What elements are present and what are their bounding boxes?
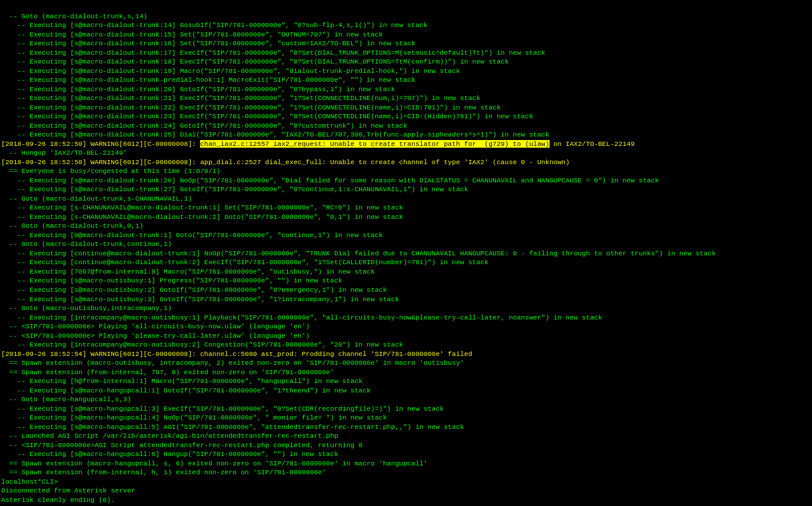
terminal-line-16: [2018-09-26 18:52:50] WARNING[6012][C-00… [1, 158, 811, 167]
terminal-line-6: -- Executing [s@macro-dialout-trunk:19] … [1, 66, 811, 76]
terminal-line-22: -- Executing [s-CHANUNAVAIL@macro-dialou… [1, 212, 811, 222]
terminal-line-15: -- Hungup 'IAX2/TO-BEL-22149' [1, 148, 811, 158]
terminal-line-38: == Spawn extension (macro-outisbusy, int… [1, 358, 811, 368]
terminal-line-41: -- Executing [s@macro-hangupcall:1] Goto… [1, 386, 811, 395]
terminal-line-37: [2018-09-26 18:52:54] WARNING[6012][C-00… [1, 349, 811, 359]
terminal-line-10: -- Executing [s@macro-dialout-trunk:22] … [1, 103, 811, 112]
terminal-line-51: localhost*CLI> [1, 477, 811, 487]
terminal-line-2: -- Executing [s@macro-dialout-trunk:15] … [1, 30, 811, 39]
terminal-line-8: -- Executing [s@macro-dialout-trunk:20] … [1, 85, 811, 94]
terminal-line-23: -- Goto (macro-dialout-trunk,0,1) [1, 221, 811, 231]
terminal-line-53: Asterisk cleanly ending (0). [1, 495, 811, 505]
terminal-line-20: -- Goto (macro-dialout-trunk,s-CHANUNAVA… [1, 194, 811, 204]
terminal-line-49: == Spawn extension (macro-hangupcall, s,… [1, 459, 811, 468]
terminal-line-35: -- <SIP/781-0000000e> Playing 'please-tr… [1, 331, 811, 341]
terminal-line-19: -- Executing [s@macro-dialout-trunk:27] … [1, 185, 811, 194]
terminal-line-30: -- Executing [s@macro-outisbusy:2] GotoI… [1, 285, 811, 295]
terminal-line-27: -- Executing [continue@macro-dialout-tru… [1, 258, 811, 267]
terminal-line-26: -- Executing [continue@macro-dialout-tru… [1, 249, 811, 258]
terminal-line-28: -- Executing [7007@from-internal:8] Macr… [1, 267, 811, 277]
terminal-line-9: -- Executing [s@macro-dialout-trunk:21] … [1, 94, 811, 103]
terminal-line-12: -- Executing [s@macro-dialout-trunk:24] … [1, 121, 811, 131]
terminal-line-21: -- Executing [s-CHANUNAVAIL@macro-dialou… [1, 203, 811, 212]
terminal-window: -- Goto (macro-dialout-trunk,s,14) -- Ex… [1, 2, 811, 506]
terminal-line-42: -- Goto (macro-hangupcall,s,3) [1, 395, 811, 404]
terminal-line-5: -- Executing [s@macro-dialout-trunk:18] … [1, 57, 811, 66]
terminal-line-14: [2018-09-26 18:52:50] WARNING[6012][C-00… [1, 139, 811, 149]
terminal-line-13: -- Executing [s@macro-dialout-trunk:25] … [1, 130, 811, 139]
terminal-line-24: -- Executing [0@macro-dialout-trunk:1] G… [1, 231, 811, 240]
terminal-line-48: -- Executing [s@macro-hangupcall:6] Hang… [1, 450, 811, 459]
terminal-line-46: -- Launched AGI Script /var/lib/asterisk… [1, 431, 811, 441]
terminal-line-29: -- Executing [s@macro-outisbusy:1] Progr… [1, 276, 811, 285]
terminal-line-7: -- Executing [s@macro-dialout-trunk-pred… [1, 75, 811, 85]
terminal-line-11: -- Executing [s@macro-dialout-trunk:23] … [1, 112, 811, 121]
terminal-line-40: -- Executing [h@from-internal:1] Macro("… [1, 377, 811, 386]
terminal-line-36: -- Executing [intracompany@macro-outisbu… [1, 340, 811, 349]
terminal-line-4: -- Executing [s@macro-dialout-trunk:17] … [1, 48, 811, 58]
terminal-line-44: -- Executing [s@macro-hangupcall:4] NoOp… [1, 413, 811, 422]
terminal-line-47: -- <SIP/781-0000000e>AGI Script attended… [1, 441, 811, 450]
terminal-line-0: -- Goto (macro-dialout-trunk,s,14) [1, 12, 811, 21]
terminal-line-18: -- Executing [s@macro-dialout-trunk:26] … [1, 176, 811, 185]
terminal-line-34: -- <SIP/781-0000000e> Playing 'all-circu… [1, 322, 811, 331]
terminal-line-17: == Everyone is busy/congested at this ti… [1, 167, 811, 176]
terminal-line-25: -- Goto (macro-dialout-trunk,continue,1) [1, 239, 811, 249]
terminal-line-31: -- Executing [s@macro-outisbusy:3] GotoI… [1, 295, 811, 304]
terminal-line-45: -- Executing [s@macro-hangupcall:5] AGI(… [1, 422, 811, 432]
terminal-line-39: == Spawn extension (from-internal, 707, … [1, 368, 811, 377]
terminal-line-1: -- Executing [s@macro-dialout-trunk:14] … [1, 21, 811, 30]
terminal-line-52: Disconnected from Asterisk server [1, 486, 811, 495]
terminal-line-43: -- Executing [s@macro-hangupcall:3] Exec… [1, 404, 811, 414]
terminal-line-3: -- Executing [s@macro-dialout-trunk:16] … [1, 39, 811, 48]
terminal-line-33: -- Executing [intracompany@macro-outisbu… [1, 313, 811, 322]
terminal-line-50: == Spawn extension (from-internal, h, 1)… [1, 468, 811, 477]
terminal-line-32: -- Goto (macro-outisbusy,intracompany,1) [1, 304, 811, 313]
